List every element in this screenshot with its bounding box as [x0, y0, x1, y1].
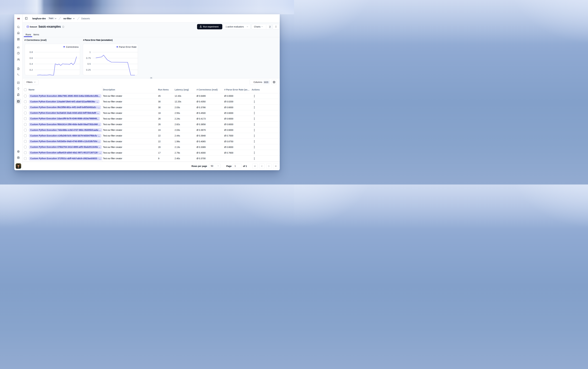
svg-text:0.75: 0.75: [86, 57, 91, 59]
svg-text:0.5: 0.5: [87, 62, 91, 65]
svg-text:0.25: 0.25: [86, 68, 91, 71]
svg-text:0.6: 0.6: [29, 57, 33, 59]
svg-text:1: 1: [89, 51, 91, 53]
svg-text:Parse Error Rate: Parse Error Rate: [119, 45, 137, 48]
svg-text:0.2: 0.2: [29, 68, 33, 71]
svg-text:Correctness: Correctness: [66, 45, 78, 48]
svg-text:0.8: 0.8: [29, 51, 33, 53]
svg-text:0.4: 0.4: [29, 62, 33, 65]
